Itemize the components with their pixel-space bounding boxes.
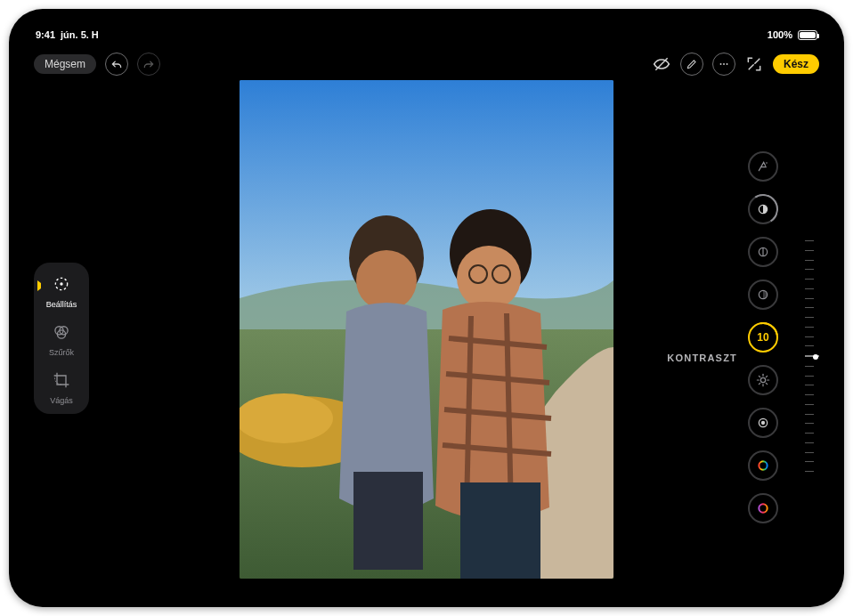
- adjust-icon: [49, 272, 74, 296]
- mode-crop[interactable]: Vágás: [34, 368, 89, 405]
- adjust-brightness[interactable]: [748, 365, 778, 395]
- mode-filters[interactable]: Szűrők: [34, 320, 89, 357]
- adjust-contrast[interactable]: 10: [748, 322, 778, 353]
- adjust-black-point[interactable]: [748, 408, 778, 438]
- mode-adjust[interactable]: Beállítás: [34, 272, 89, 309]
- photo-canvas[interactable]: [240, 80, 613, 579]
- mode-filters-label: Szűrők: [49, 348, 74, 357]
- markup-button[interactable]: [680, 53, 703, 76]
- adjust-column: 10: [743, 151, 784, 586]
- svg-point-7: [240, 393, 333, 443]
- status-date: jún. 5. H: [61, 29, 99, 40]
- editor-toolbar: Mégsem: [34, 48, 819, 80]
- svg-point-23: [60, 282, 62, 285]
- editor-area: BEÁLLÍTÁS: [34, 80, 819, 589]
- mode-crop-label: Vágás: [50, 396, 73, 405]
- adjust-auto[interactable]: [748, 151, 778, 182]
- mode-rail: Beállítás Szűrők Vágás: [34, 263, 89, 414]
- svg-line-38: [766, 376, 767, 377]
- svg-line-39: [759, 383, 760, 384]
- undo-button[interactable]: [105, 53, 128, 76]
- adjust-selected-label: KONTRASZT: [667, 353, 737, 363]
- hide-preview-icon[interactable]: [652, 54, 671, 74]
- svg-point-42: [759, 461, 767, 469]
- adjust-vibrance[interactable]: [748, 493, 778, 523]
- svg-point-41: [761, 421, 765, 425]
- svg-point-9: [356, 250, 417, 311]
- done-button[interactable]: Kész: [773, 54, 819, 74]
- adjust-exposure[interactable]: [748, 194, 778, 224]
- slider-ticks: [805, 240, 807, 472]
- svg-point-1: [720, 63, 722, 65]
- adjust-saturation[interactable]: [748, 450, 778, 481]
- svg-point-43: [759, 504, 767, 512]
- svg-point-2: [723, 63, 725, 65]
- adjust-value-slider[interactable]: [796, 240, 816, 472]
- slider-marker: [813, 354, 818, 360]
- svg-line-37: [766, 383, 767, 384]
- redo-button[interactable]: [137, 53, 160, 76]
- more-button[interactable]: [712, 53, 735, 76]
- fullscreen-icon[interactable]: [744, 54, 764, 74]
- svg-point-28: [759, 205, 767, 213]
- filters-icon: [49, 320, 74, 344]
- svg-rect-21: [460, 482, 540, 579]
- svg-line-36: [759, 376, 760, 377]
- svg-rect-10: [353, 472, 423, 570]
- battery-percent: 100%: [768, 29, 792, 40]
- adjust-highlights[interactable]: [748, 280, 778, 310]
- ipad-frame: 9:41 jún. 5. H 100% Mégsem: [9, 9, 844, 607]
- adjust-contrast-value: 10: [757, 331, 768, 344]
- battery-icon: [798, 30, 817, 40]
- crop-icon: [49, 368, 74, 393]
- svg-point-31: [760, 377, 765, 382]
- adjust-brilliance[interactable]: [748, 237, 778, 267]
- cancel-button[interactable]: Mégsem: [34, 54, 96, 74]
- status-bar: 9:41 jún. 5. H 100%: [34, 27, 819, 43]
- status-time: 9:41: [36, 29, 55, 40]
- mode-adjust-label: Beállítás: [46, 300, 77, 309]
- svg-point-27: [766, 162, 768, 164]
- svg-point-3: [727, 63, 728, 65]
- svg-point-12: [457, 246, 521, 310]
